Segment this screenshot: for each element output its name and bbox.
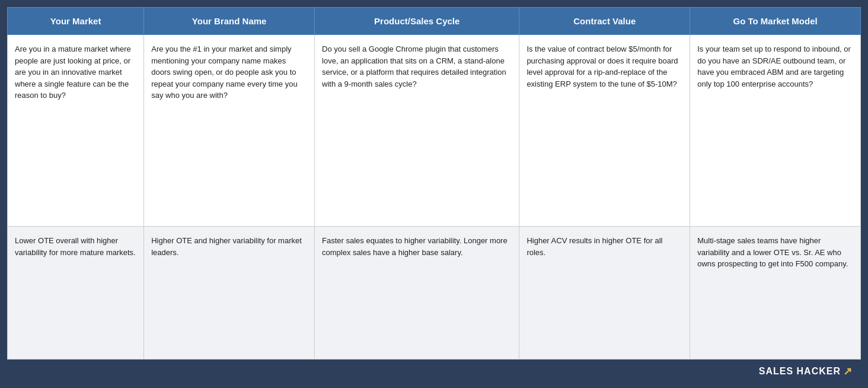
table-row: Are you in a mature market where people … — [8, 35, 861, 227]
cell-product-q1: Do you sell a Google Chrome plugin that … — [315, 35, 519, 227]
cell-market-q1: Are you in a mature market where people … — [8, 35, 144, 227]
header-product-sales-cycle: Product/Sales Cycle — [315, 8, 519, 35]
main-table: Your Market Your Brand Name Product/Sale… — [7, 7, 861, 360]
header-row: Your Market Your Brand Name Product/Sale… — [8, 8, 861, 35]
footer-bar: SALES HACKER ↗ — [6, 361, 862, 382]
brand-logo: SALES HACKER ↗ — [759, 365, 853, 378]
cell-brand-q1: Are you the #1 in your market and simply… — [144, 35, 315, 227]
cell-contract-a1: Higher ACV results in higher OTE for all… — [519, 227, 690, 360]
header-your-market: Your Market — [8, 8, 144, 35]
header-go-to-market-model: Go To Market Model — [690, 8, 861, 35]
cell-brand-a1: Higher OTE and higher variability for ma… — [144, 227, 315, 360]
table-container: Your Market Your Brand Name Product/Sale… — [6, 6, 862, 361]
header-contract-value: Contract Value — [519, 8, 690, 35]
cell-product-a1: Faster sales equates to higher variabili… — [315, 227, 519, 360]
brand-arrow-icon: ↗ — [843, 365, 853, 378]
brand-name: SALES HACKER — [759, 366, 841, 377]
cell-contract-q1: Is the value of contract below $5/month … — [519, 35, 690, 227]
page-wrapper: Your Market Your Brand Name Product/Sale… — [0, 0, 868, 388]
cell-market-a1: Lower OTE overall with higher variabilit… — [8, 227, 144, 360]
header-your-brand-name: Your Brand Name — [144, 8, 315, 35]
cell-gtm-q1: Is your team set up to respond to inboun… — [690, 35, 861, 227]
cell-gtm-a1: Multi-stage sales teams have higher vari… — [690, 227, 861, 360]
table-row: Lower OTE overall with higher variabilit… — [8, 227, 861, 360]
